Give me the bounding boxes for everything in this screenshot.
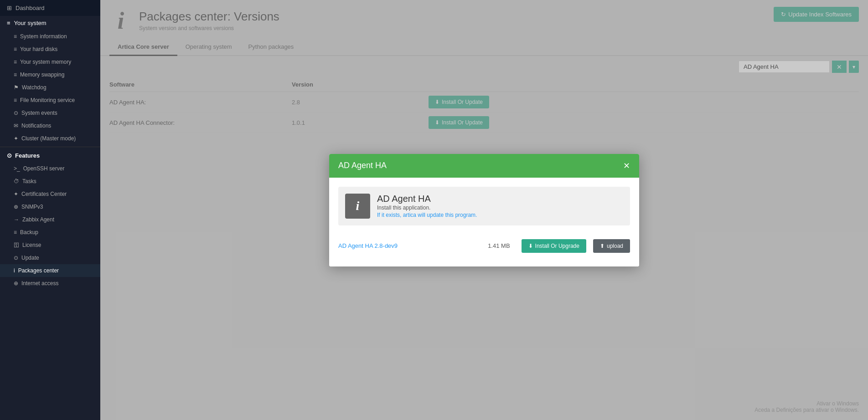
sidebar-item-license[interactable]: ⚿ License	[0, 239, 100, 251]
package-size: 1.41 MB	[488, 242, 510, 249]
sidebar-item-label: License	[22, 242, 41, 248]
install-upgrade-button[interactable]: ⬇ Install Or Upgrade	[522, 239, 586, 253]
hard-disks-icon: ≡	[14, 46, 17, 52]
packages-center-icon: i	[14, 267, 15, 274]
sidebar-divider-1	[0, 147, 100, 147]
sidebar-item-tasks[interactable]: ⏱ Tasks	[0, 175, 100, 188]
dashboard-label: Dashboard	[16, 5, 45, 11]
package-link-text: AD Agent HA 2.8-dev9	[338, 242, 398, 249]
backup-icon: ≡	[14, 229, 17, 236]
update-icon: ⊙	[14, 255, 18, 261]
sidebar-item-label: Cluster (Master mode)	[21, 135, 76, 142]
file-monitoring-icon: ≡	[14, 97, 17, 103]
sidebar-item-label: Notifications	[21, 123, 51, 129]
main-content-area: i Packages center: Versions System versi…	[100, 0, 868, 420]
sidebar-item-label: OpenSSH server	[23, 165, 65, 172]
features-label: Features	[15, 152, 40, 159]
modal-header: AD Agent HA ✕	[329, 154, 639, 178]
sidebar-item-snmpv3[interactable]: ⊕ SNMPv3	[0, 200, 100, 213]
app-name: AD Agent HA	[377, 194, 477, 204]
sidebar-item-openssh[interactable]: >_ OpenSSH server	[0, 162, 100, 175]
memory-icon: ≡	[14, 59, 17, 65]
dashboard-icon: ⊞	[7, 5, 12, 11]
sidebar-item-packages-center[interactable]: i Packages center	[0, 264, 100, 277]
modal-package-row: AD Agent HA 2.8-dev9 1.41 MB ⬇ Install O…	[338, 235, 630, 257]
sidebar-item-memory-swapping[interactable]: ≡ Memory swapping	[0, 68, 100, 81]
sidebar-dashboard-item[interactable]: ⊞ Dashboard	[0, 0, 100, 16]
sidebar-item-label: Tasks	[22, 178, 36, 184]
modal-overlay: AD Agent HA ✕ i AD Agent HA Instal	[100, 0, 868, 420]
app-info-text: AD Agent HA Install this application. If…	[377, 194, 477, 218]
sidebar-item-label: Update	[21, 255, 39, 261]
your-system-label: Your system	[14, 20, 46, 26]
sidebar-item-label: Watchdog	[22, 84, 46, 91]
openssh-icon: >_	[14, 165, 20, 172]
sidebar-item-label: Internet access	[21, 280, 58, 287]
zabbix-icon: →	[14, 216, 19, 223]
app-icon: i	[356, 199, 360, 213]
sidebar: ⊞ Dashboard ≡ Your system ≡ System infor…	[0, 0, 100, 420]
system-information-icon: ≡	[14, 33, 17, 40]
sidebar-item-backup[interactable]: ≡ Backup	[0, 226, 100, 239]
watchdog-icon: ⚑	[14, 84, 19, 91]
sidebar-item-internet-access[interactable]: ⊕ Internet access	[0, 277, 100, 290]
sidebar-item-label: Certificates Center	[21, 191, 67, 197]
sidebar-item-system-information[interactable]: ≡ System information	[0, 30, 100, 43]
app-desc: Install this application.	[377, 205, 430, 211]
sidebar-item-your-hard-disks[interactable]: ≡ Your hard disks	[0, 43, 100, 56]
cluster-icon: ✦	[14, 135, 18, 142]
certificates-icon: ✦	[14, 191, 18, 197]
sidebar-features-header[interactable]: ⊙ Features	[0, 149, 100, 162]
upload-button[interactable]: ⬆ upload	[593, 239, 630, 253]
download-icon: ⬇	[528, 243, 533, 249]
app-info-card: i AD Agent HA Install this application. …	[338, 187, 630, 225]
memory-swapping-icon: ≡	[14, 72, 17, 78]
sidebar-item-system-events[interactable]: ⊙ System events	[0, 107, 100, 119]
sidebar-item-label: SNMPv3	[21, 204, 43, 210]
system-events-icon: ⊙	[14, 110, 18, 116]
license-icon: ⚿	[14, 242, 19, 248]
modal: AD Agent HA ✕ i AD Agent HA Instal	[329, 154, 639, 266]
sidebar-item-label: Backup	[20, 229, 38, 236]
internet-access-icon: ⊕	[14, 280, 18, 287]
upload-icon: ⬆	[600, 243, 604, 249]
sidebar-item-update[interactable]: ⊙ Update	[0, 251, 100, 264]
sidebar-item-label: Memory swapping	[20, 72, 64, 78]
package-link[interactable]: AD Agent HA 2.8-dev9	[338, 242, 398, 249]
close-icon: ✕	[623, 161, 630, 170]
sidebar-item-label: File Monitoring service	[20, 97, 75, 103]
features-icon: ⊙	[7, 152, 12, 159]
install-upgrade-label: Install Or Upgrade	[535, 243, 579, 249]
sidebar-item-notifications[interactable]: ✉ Notifications	[0, 119, 100, 132]
sidebar-item-certificates[interactable]: ✦ Certificates Center	[0, 188, 100, 200]
tasks-icon: ⏱	[14, 178, 19, 184]
your-system-icon: ≡	[7, 20, 10, 26]
notifications-icon: ✉	[14, 123, 18, 129]
sidebar-item-your-system-memory[interactable]: ≡ Your system memory	[0, 56, 100, 68]
sidebar-item-label: System information	[20, 33, 67, 40]
app-desc-link: If it exists, artica will update this pr…	[377, 212, 477, 218]
sidebar-item-label: Packages center	[18, 267, 59, 274]
sidebar-your-system-header[interactable]: ≡ Your system	[0, 16, 100, 30]
upload-label: upload	[607, 243, 623, 249]
sidebar-item-label: System events	[21, 110, 57, 116]
sidebar-item-cluster[interactable]: ✦ Cluster (Master mode)	[0, 132, 100, 145]
sidebar-item-file-monitoring[interactable]: ≡ File Monitoring service	[0, 94, 100, 107]
main-content: i Packages center: Versions System versi…	[100, 0, 868, 420]
sidebar-item-label: Your hard disks	[20, 46, 57, 52]
modal-close-button[interactable]: ✕	[623, 161, 630, 171]
sidebar-item-label: Your system memory	[20, 59, 71, 65]
snmpv3-icon: ⊕	[14, 204, 18, 210]
sidebar-item-zabbix[interactable]: → Zabbix Agent	[0, 213, 100, 226]
app-icon-box: i	[345, 194, 370, 219]
modal-body: i AD Agent HA Install this application. …	[329, 178, 639, 266]
sidebar-item-watchdog[interactable]: ⚑ Watchdog	[0, 81, 100, 94]
sidebar-item-label: Zabbix Agent	[22, 216, 54, 223]
modal-title: AD Agent HA	[338, 161, 387, 170]
